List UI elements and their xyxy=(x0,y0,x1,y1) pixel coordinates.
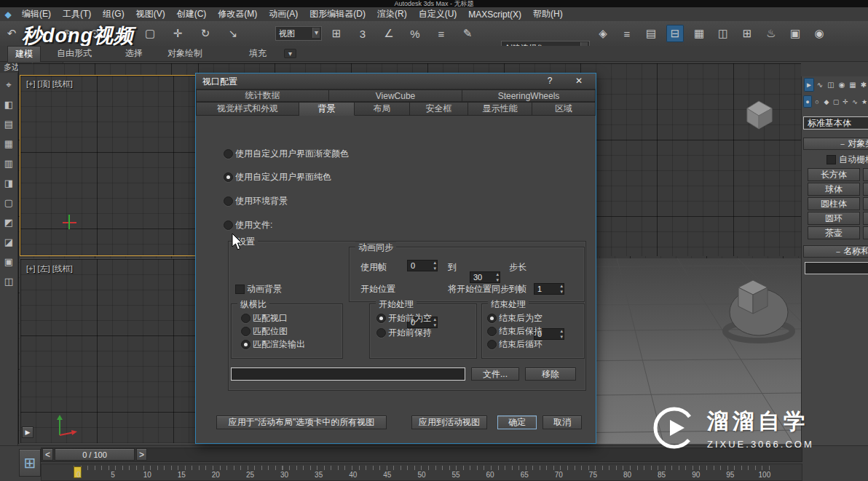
snap-toggle-icon[interactable]: ⊞ xyxy=(328,25,345,42)
bg-environment-radio[interactable] xyxy=(224,196,233,206)
ribbon-tab-freeform[interactable]: 自由形式 xyxy=(50,46,99,61)
menu-customize[interactable]: 自定义(U) xyxy=(413,7,463,22)
ribbon-minimize-icon[interactable]: ▾ xyxy=(284,49,296,58)
rendered-frame-icon[interactable]: ▣ xyxy=(786,25,804,42)
curve-editor-icon[interactable]: ▦ xyxy=(690,25,708,42)
cancel-button[interactable]: 取消 xyxy=(542,416,582,429)
angle-snap-icon[interactable]: ∠ xyxy=(380,25,398,42)
viewport-top-label[interactable]: [+] [顶] [线框] xyxy=(26,79,73,90)
render-icon[interactable]: ◉ xyxy=(810,25,828,42)
left-toolbar-icon[interactable]: ▢ xyxy=(1,195,17,210)
object-type-button-partial[interactable] xyxy=(863,183,868,196)
object-type-button-partial[interactable] xyxy=(863,226,868,239)
box-button[interactable]: 长方体 xyxy=(808,168,860,181)
primitive-category-dropdown[interactable]: 标准基本体 xyxy=(803,116,868,130)
reference-coordinate-dropdown[interactable]: 视图 xyxy=(275,26,322,41)
viewport-left[interactable]: [+] [左] [线框] xyxy=(20,258,197,444)
left-toolbar-icon[interactable]: ◩ xyxy=(1,215,17,230)
tab-display-performance[interactable]: 显示性能 xyxy=(468,102,532,116)
left-toolbar-icon[interactable]: ◫ xyxy=(1,274,17,289)
remove-button[interactable]: 移除 xyxy=(525,367,576,381)
left-toolbar-icon[interactable]: ◪ xyxy=(1,234,17,250)
object-type-rollout[interactable]: 对象类型 xyxy=(803,138,868,150)
mirror-icon[interactable]: ◈ xyxy=(594,25,612,42)
bg-solid-radio[interactable] xyxy=(224,172,233,182)
percent-snap-icon[interactable]: % xyxy=(406,25,424,42)
viewcube[interactable] xyxy=(743,98,775,130)
autogrid-checkbox[interactable] xyxy=(826,155,836,164)
ok-button[interactable]: 确定 xyxy=(497,416,537,429)
modify-tab-icon[interactable]: ∿ xyxy=(815,78,825,92)
geometry-icon[interactable]: ● xyxy=(803,95,812,108)
left-toolbar-icon[interactable]: ⌖ xyxy=(1,77,17,92)
tab-statistics[interactable]: 统计数据 xyxy=(196,90,329,102)
display-tab-icon[interactable]: ▦ xyxy=(848,78,858,92)
to-frame-spinner[interactable]: 30 xyxy=(470,271,500,283)
cameras-icon[interactable]: ▢ xyxy=(832,95,840,108)
expand-toolbar-icon[interactable]: ▶ xyxy=(22,426,33,438)
blank-before-start-radio[interactable] xyxy=(376,314,386,323)
left-toolbar-icon[interactable]: ▦ xyxy=(1,136,17,151)
hold-after-end-radio[interactable] xyxy=(487,327,497,336)
ribbon-tab-selection[interactable]: 选择 xyxy=(118,46,150,61)
scene-objects[interactable] xyxy=(708,274,801,351)
select-and-move-icon[interactable]: ✛ xyxy=(169,25,186,42)
files-button[interactable]: 文件... xyxy=(471,367,519,381)
object-name-field[interactable] xyxy=(805,262,868,274)
step-spinner[interactable]: 1 xyxy=(534,283,564,295)
viewport-left-label[interactable]: [+] [左] [线框] xyxy=(26,263,73,274)
left-toolbar-icon[interactable]: ◧ xyxy=(1,97,17,112)
next-frame-button[interactable]: > xyxy=(136,448,147,461)
tab-safe-frames[interactable]: 安全框 xyxy=(410,102,468,116)
track-bar[interactable]: 0 5 10 15 20 25 30 35 40 45 50 55 60 65 … xyxy=(41,464,802,481)
menu-modifiers[interactable]: 修改器(M) xyxy=(212,7,263,22)
menu-group[interactable]: 组(G) xyxy=(97,7,130,22)
menu-edit[interactable]: 编辑(E) xyxy=(16,7,57,22)
match-viewport-radio[interactable] xyxy=(241,314,250,323)
time-slider-handle[interactable]: 0 / 100 xyxy=(55,448,135,461)
blank-after-end-radio[interactable] xyxy=(487,314,497,323)
motion-tab-icon[interactable]: ◉ xyxy=(837,78,847,92)
viewport-top[interactable]: [+] [顶] [线框] xyxy=(20,75,197,256)
tab-background[interactable]: 背景 xyxy=(299,102,355,116)
sphere-button[interactable]: 球体 xyxy=(808,183,860,196)
menu-graph-editors[interactable]: 图形编辑器(D) xyxy=(304,7,371,22)
lights-icon[interactable]: ◆ xyxy=(822,95,831,108)
cylinder-button[interactable]: 圆柱体 xyxy=(808,197,860,210)
object-type-button-partial[interactable] xyxy=(863,197,868,210)
menu-views[interactable]: 视图(V) xyxy=(130,7,171,22)
menu-maxscript[interactable]: MAXScript(X) xyxy=(462,8,527,21)
ribbon-tab-populate[interactable]: 填充 xyxy=(242,46,274,61)
animation-background-checkbox[interactable] xyxy=(235,285,245,294)
rectangular-selection-icon[interactable]: ▢ xyxy=(141,25,159,42)
match-render-output-radio[interactable] xyxy=(241,340,250,349)
tab-visual-style[interactable]: 视觉样式和外观 xyxy=(196,102,299,116)
select-and-scale-icon[interactable]: ↘ xyxy=(224,25,242,42)
systems-icon[interactable]: ★ xyxy=(860,95,868,108)
use-frame-spinner[interactable]: 0 xyxy=(407,260,438,271)
dialog-titlebar[interactable]: 视口配置 ? ✕ xyxy=(196,73,596,90)
undo-icon[interactable]: ↶ xyxy=(3,25,20,42)
spacewarps-icon[interactable]: ∿ xyxy=(851,95,859,108)
match-bitmap-radio[interactable] xyxy=(241,327,250,336)
object-type-button-partial[interactable] xyxy=(863,168,868,181)
ribbon-tab-modeling[interactable]: 建模 xyxy=(7,46,41,62)
menu-create[interactable]: 创建(C) xyxy=(171,7,213,22)
tab-viewcube[interactable]: ViewCube xyxy=(329,90,462,102)
menu-help[interactable]: 帮助(H) xyxy=(527,7,569,22)
render-setup-icon[interactable]: ♨ xyxy=(762,25,780,42)
menu-rendering[interactable]: 渲染(R) xyxy=(371,7,413,22)
left-toolbar-icon[interactable]: ▤ xyxy=(1,116,17,132)
layer-manager-icon[interactable]: ▤ xyxy=(642,25,660,42)
torus-button[interactable]: 圆环 xyxy=(808,212,860,225)
hold-before-start-radio[interactable] xyxy=(376,328,386,338)
graphite-ribbon-icon[interactable]: ⊟ xyxy=(666,25,684,42)
menu-tools[interactable]: 工具(T) xyxy=(57,7,97,22)
select-and-rotate-icon[interactable]: ↻ xyxy=(197,25,214,42)
help-icon[interactable]: ? xyxy=(544,76,556,86)
menu-animation[interactable]: 动画(A) xyxy=(263,7,304,22)
utilities-tab-icon[interactable]: ✱ xyxy=(859,78,868,92)
edit-named-selection-icon[interactable]: ✎ xyxy=(459,25,476,42)
teapot-button[interactable]: 茶壶 xyxy=(808,226,860,239)
helpers-icon[interactable]: ✛ xyxy=(841,95,850,108)
